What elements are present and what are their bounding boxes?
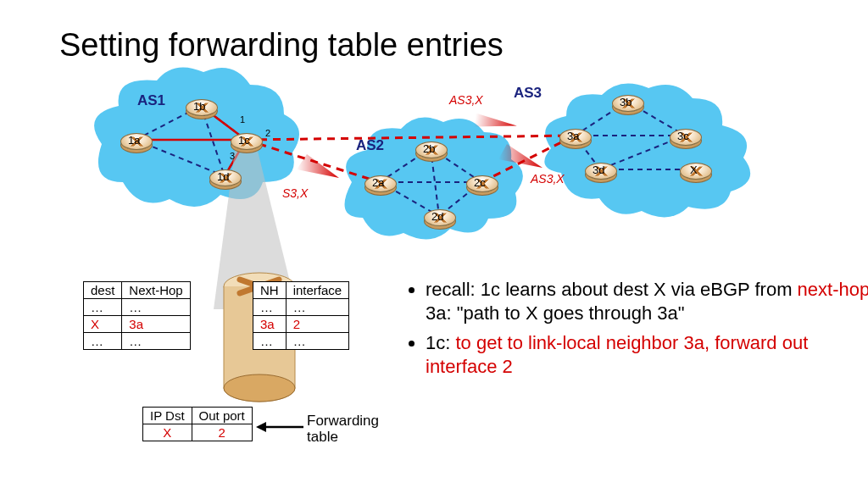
port-2: 2 (265, 128, 270, 138)
forwarding-table: IP DstOut port X2 (142, 407, 253, 441)
router-label-2d: 2d (431, 210, 443, 223)
as-label-1: AS1 (137, 92, 165, 109)
router-label-3c: 3c (677, 130, 689, 142)
msg-as3x-1: AS3,X (449, 93, 483, 107)
arrow-to-ft (254, 417, 305, 437)
router-label-1c: 1c (238, 134, 250, 147)
router-label-2a: 2a (372, 176, 384, 189)
bullet-2: 1c: to get to link-local neighbor 3a, fo… (426, 331, 868, 378)
router-label-1a: 1a (128, 134, 140, 147)
router-label-1d: 1d (217, 170, 229, 183)
router-label-2c: 2c (474, 176, 486, 189)
interface-table: NHinterface …… 3a2 …… (253, 281, 349, 350)
fwd-h-ip: IP Dst (143, 408, 192, 424)
if-h-nh: NH (253, 282, 287, 299)
bgp-table: destNext-Hop …… X3a …… (83, 281, 191, 350)
svg-point-29 (224, 374, 295, 402)
bullet-1: recall: 1c learns about dest X via eBGP … (426, 278, 868, 324)
forwarding-table-label: Forwarding table (307, 413, 379, 445)
if-h-if: interface (286, 282, 349, 299)
router-label-2b: 2b (423, 142, 435, 155)
router-label-3b: 3b (620, 96, 632, 108)
port-3: 3 (230, 151, 235, 161)
router-label-3d: 3d (593, 164, 604, 176)
bgp-h-dest: dest (84, 282, 122, 299)
router-label-x: X (690, 164, 698, 176)
page-title: Setting forwarding table entries (59, 27, 504, 64)
svg-marker-33 (256, 422, 266, 432)
router-label-3a: 3a (567, 130, 579, 142)
bullet-list: recall: 1c learns about dest X via eBGP … (392, 278, 868, 385)
port-1: 1 (240, 114, 245, 125)
router-label-1b: 1b (193, 100, 205, 113)
bgp-h-nh: Next-Hop (122, 282, 190, 299)
as-label-2: AS2 (356, 137, 384, 154)
msg-as3x-2: AS3,X (531, 172, 565, 186)
msg-as3x-3: S3,X (282, 186, 308, 200)
as-label-3: AS3 (514, 85, 542, 102)
fwd-h-out: Out port (192, 408, 252, 424)
